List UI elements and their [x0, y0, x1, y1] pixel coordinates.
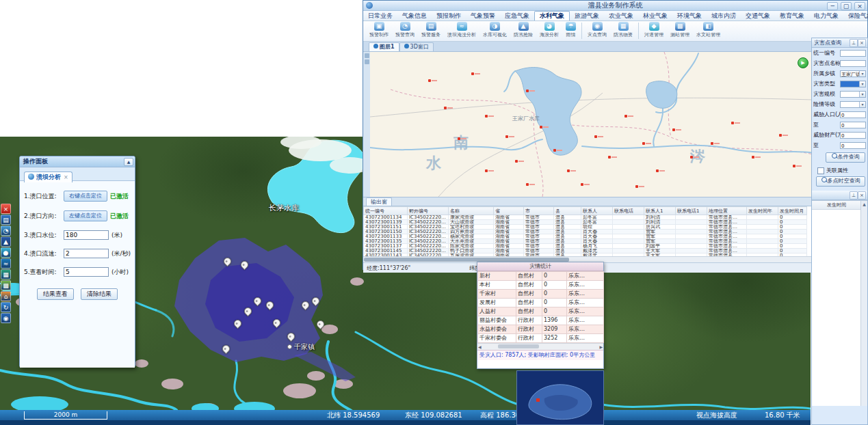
chevron-down-icon[interactable]: ▾ — [859, 81, 865, 87]
scroll-right-icon[interactable]: ▶ — [599, 344, 603, 349]
close-button[interactable]: × — [854, 2, 865, 10]
menu-item-15[interactable]: 保险气象 — [843, 12, 868, 20]
overview-inset-map[interactable] — [516, 370, 604, 425]
toolbar-item[interactable]: ▣预警制作 — [366, 21, 392, 38]
field-dropdown[interactable]: ▾ — [840, 91, 866, 98]
field-dropdown[interactable]: 王家厂镇▾ — [840, 70, 866, 77]
hazard-marker[interactable] — [672, 128, 675, 131]
hazard-marker[interactable] — [793, 165, 795, 167]
maximize-button[interactable]: ▢ — [841, 2, 852, 10]
hazard-marker[interactable] — [581, 183, 583, 186]
stats-row[interactable]: 本村自然村0乐东… — [478, 281, 604, 290]
hazard-marker[interactable] — [779, 134, 782, 137]
compass-icon[interactable]: ◉ — [1, 313, 11, 323]
hazard-marker[interactable] — [505, 135, 508, 138]
close-icon[interactable]: × — [1, 204, 11, 214]
hazard-marker[interactable] — [485, 115, 488, 118]
panel-minimize-button[interactable]: ▲ — [124, 158, 133, 166]
table-horizontal-scrollbar[interactable] — [363, 256, 867, 262]
operation-panel-titlebar[interactable]: 操作面板 ▲ — [20, 156, 135, 167]
op-value-input[interactable]: 2 — [64, 249, 109, 258]
clear-result-button[interactable]: 清除结果 — [81, 288, 118, 300]
panel-close-icon[interactable]: × — [858, 191, 866, 200]
home-icon[interactable]: ⌂ — [1, 291, 11, 301]
stats-titlebar[interactable]: 灾情统计 — [477, 262, 603, 271]
layers-icon[interactable]: ▤ — [1, 215, 11, 225]
hazard-marker[interactable] — [624, 115, 627, 118]
hazard-marker[interactable] — [608, 156, 611, 159]
menu-item-2[interactable]: 气象信息 — [397, 12, 432, 20]
field-input[interactable]: 0 — [840, 132, 866, 139]
output-tab[interactable]: 输出窗 — [366, 197, 392, 206]
result-grid-column-header[interactable]: 发生时间 — [812, 201, 867, 210]
menu-item-4[interactable]: 气象预警 — [466, 12, 500, 20]
pin-icon[interactable]: ⊥ — [850, 39, 858, 47]
hazard-marker[interactable] — [515, 160, 518, 163]
stats-row[interactable]: 永益村委会行政村3209乐东… — [478, 325, 604, 334]
toolbar-item[interactable]: ◆河道管理 — [641, 21, 667, 38]
hazard-marker[interactable] — [752, 156, 754, 159]
hazard-marker[interactable] — [444, 107, 447, 109]
toolbar-item[interactable]: ▩测站管理 — [667, 21, 693, 38]
hazard-marker[interactable] — [471, 72, 474, 75]
field-input[interactable]: 0 — [840, 142, 866, 149]
field-input[interactable] — [840, 60, 866, 67]
field-dropdown[interactable]: ▾ — [840, 101, 866, 108]
analysis-icon[interactable]: ▦ — [1, 269, 11, 279]
op-value-input[interactable]: 180 — [64, 230, 109, 240]
result-grid-scrollbar[interactable]: ▲ — [860, 201, 867, 406]
menu-item-12[interactable]: 交通气象 — [741, 12, 775, 20]
table-row[interactable]: 430723001135IC345022220…大水井滑坡湖南省常德市澧县肖大春… — [364, 239, 807, 244]
table-row[interactable]: 430723001134IC345022220…康家湾滑坡湖南省常德市澧县彭冬富… — [364, 215, 807, 220]
hazard-marker[interactable] — [642, 142, 645, 145]
stats-row[interactable]: 丽益村委会行政村1396乐东… — [478, 316, 604, 325]
hazard-marker[interactable] — [656, 169, 659, 172]
hazard-marker[interactable] — [458, 137, 460, 140]
hazard-marker[interactable] — [635, 185, 638, 188]
hazard-marker[interactable] — [485, 169, 488, 172]
stats-row[interactable]: 发展村自然村0乐东… — [478, 299, 604, 307]
toolbar-item[interactable]: ▦防汛物资 — [610, 21, 636, 38]
globe-icon[interactable]: ● — [1, 247, 11, 258]
locate-go-button[interactable]: ▶ — [798, 57, 808, 68]
hazard-marker[interactable] — [690, 156, 693, 159]
table-row[interactable]: 430723001145IC345022220…鸭子口滑坡湖南省常德市澧县戴泽元… — [364, 249, 807, 253]
gis-map-area[interactable]: ▶ 南水涔王家厂水库 — [363, 52, 867, 197]
minimize-button[interactable]: ─ — [827, 2, 838, 10]
table-row[interactable]: 430723001150IC345022220…四方界滑坡湖南省常德市澧县肖大春… — [364, 230, 807, 234]
navigate-icon[interactable]: ▲ — [1, 236, 11, 247]
toolbar-item[interactable]: ◑水库可视化 — [479, 21, 510, 38]
hazard-marker[interactable] — [540, 126, 542, 128]
snapshot-icon[interactable]: ◔ — [1, 225, 11, 236]
menu-item-10[interactable]: 环境气象 — [672, 12, 707, 20]
pin-icon[interactable]: ⊥ — [850, 191, 858, 200]
menu-item-11[interactable]: 城市内涝 — [707, 12, 741, 20]
dam-break-tab[interactable]: 溃坝分析× — [24, 172, 73, 182]
map-tab-图层1[interactable]: 图层1 — [369, 42, 399, 51]
tab-close-icon[interactable]: × — [64, 174, 68, 180]
refresh-icon[interactable]: ↻ — [1, 302, 11, 312]
field-input[interactable]: 0 — [840, 122, 866, 128]
toolbar-item[interactable]: ▤预警服务 — [418, 21, 444, 38]
op-pick-button[interactable]: 右键点击定位 — [64, 191, 107, 202]
toolbar-item[interactable]: ◧水文站管理 — [693, 21, 724, 38]
condition-query-button[interactable]: 条件查询 — [826, 152, 865, 163]
hazard-marker[interactable] — [553, 149, 556, 152]
scroll-left-icon[interactable]: ◀ — [478, 344, 482, 349]
field-input[interactable]: 0 — [840, 111, 866, 118]
hazard-marker[interactable] — [594, 135, 597, 138]
field-dropdown[interactable]: ▾ — [840, 81, 866, 87]
title-bar[interactable]: 澧县业务制作系统 ─ ▢ × — [363, 1, 867, 11]
map-tab-3D窗口[interactable]: 3D窗口 — [399, 42, 434, 51]
field-input[interactable] — [840, 50, 866, 57]
toolbar-item[interactable]: ◉灾点查询 — [584, 21, 610, 38]
menu-item-8[interactable]: 农业气象 — [604, 12, 638, 20]
toolbar-item[interactable]: ◔预警查询 — [392, 21, 418, 38]
chevron-down-icon[interactable]: ▾ — [859, 92, 865, 97]
table-row[interactable]: 430723001151IC345022220…宝塔村滑坡湖南省常德市澧县胡煌唐… — [364, 225, 807, 230]
hazard-marker[interactable] — [526, 90, 529, 92]
multi-point-query-button[interactable]: 多点时空查询 — [816, 176, 865, 187]
gis-map-canvas[interactable]: ▶ 南水涔王家厂水库 — [370, 52, 813, 197]
menu-item-6[interactable]: 水利气象 — [534, 11, 570, 20]
op-value-input[interactable]: 5 — [64, 267, 109, 277]
